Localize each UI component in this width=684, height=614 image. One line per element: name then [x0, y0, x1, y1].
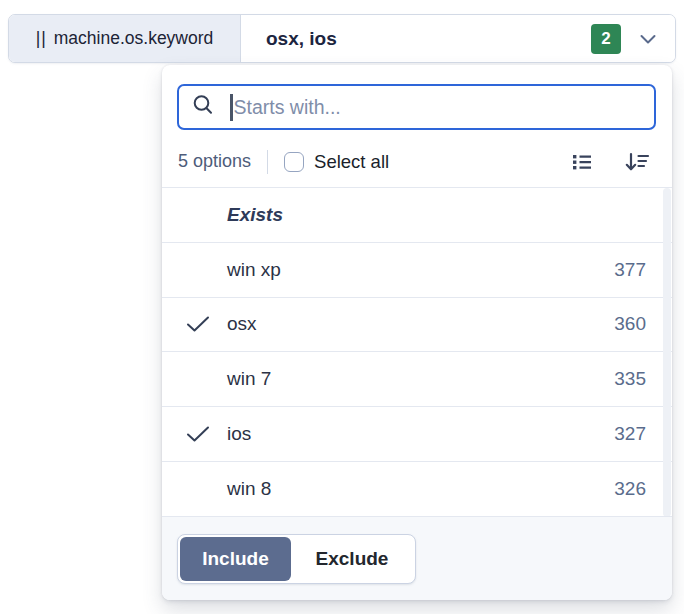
option-label: ios	[227, 423, 614, 445]
search-section	[162, 65, 672, 140]
filter-options-popover: 5 options Select all Exist	[162, 65, 672, 600]
search-icon	[191, 93, 216, 122]
check-column	[185, 423, 227, 445]
search-input[interactable]	[234, 96, 643, 119]
search-box[interactable]	[177, 84, 656, 130]
list-item-win-xp[interactable]: win xp 377	[162, 243, 672, 298]
option-label: win 8	[227, 478, 614, 500]
vertical-divider	[267, 150, 268, 174]
select-all-checkbox[interactable]	[284, 152, 304, 172]
filter-field-label: machine.os.keyword	[54, 28, 214, 49]
option-count: 327	[614, 423, 646, 445]
options-count-label: 5 options	[178, 151, 251, 172]
option-label: osx	[227, 313, 614, 335]
options-toolbar: 5 options Select all	[162, 140, 672, 187]
option-label: win xp	[227, 259, 614, 281]
include-button[interactable]: Include	[180, 537, 291, 581]
filter-value-area[interactable]: osx, ios 2	[241, 15, 675, 62]
list-scrollbar[interactable]	[663, 188, 671, 517]
option-count: 335	[614, 368, 646, 390]
chevron-down-icon[interactable]	[635, 29, 661, 49]
option-label: win 7	[227, 368, 614, 390]
option-count: 360	[614, 313, 646, 335]
selected-count-badge: 2	[591, 24, 621, 54]
list-view-icon[interactable]	[566, 146, 598, 178]
include-exclude-toggle: Include Exclude	[177, 534, 416, 584]
select-all-label[interactable]: Select all	[314, 151, 389, 173]
list-item-ios[interactable]: ios 327	[162, 407, 672, 462]
sort-descending-icon[interactable]	[620, 146, 654, 178]
filter-field-chip[interactable]: || machine.os.keyword	[9, 15, 241, 62]
popover-footer: Include Exclude	[162, 516, 672, 600]
filter-pill-control: || machine.os.keyword osx, ios 2	[8, 14, 676, 63]
selected-values-text: osx, ios	[266, 28, 591, 50]
options-list: Exists win xp 377 osx 360 win 7 335	[162, 187, 672, 517]
or-operator-icon: ||	[36, 28, 47, 49]
list-item-osx[interactable]: osx 360	[162, 298, 672, 353]
exclude-button[interactable]: Exclude	[291, 537, 413, 581]
list-item-win-7[interactable]: win 7 335	[162, 352, 672, 407]
option-count: 326	[614, 478, 646, 500]
list-item-exists[interactable]: Exists	[162, 188, 672, 243]
text-cursor	[230, 94, 233, 121]
list-item-win-8[interactable]: win 8 326	[162, 462, 672, 517]
option-label: Exists	[227, 204, 652, 226]
check-icon	[185, 313, 212, 335]
check-icon	[185, 423, 212, 445]
check-column	[185, 313, 227, 335]
option-count: 377	[614, 259, 646, 281]
